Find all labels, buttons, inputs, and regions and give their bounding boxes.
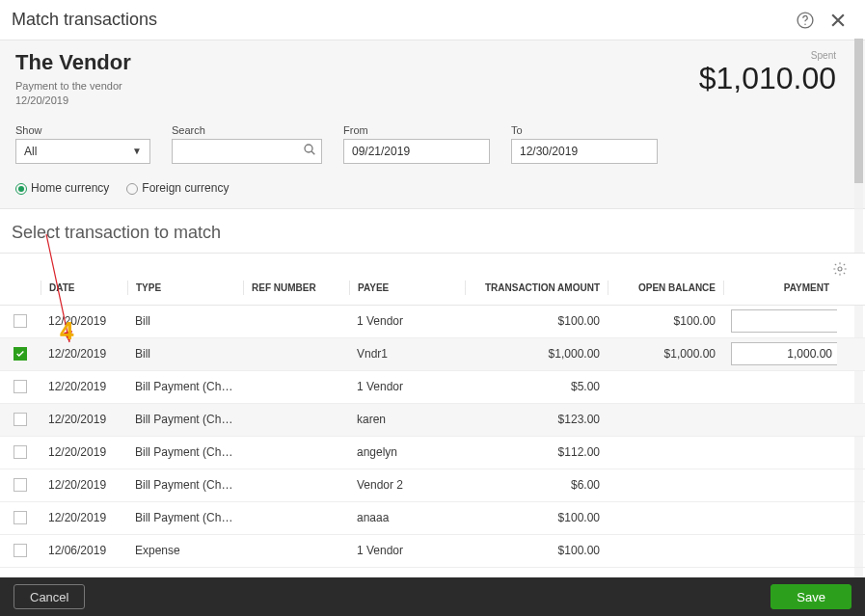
cancel-button[interactable]: Cancel <box>14 584 85 609</box>
table-row: 12/06/2019 Expense 1 Vendor $100.00 <box>0 535 865 568</box>
row-checkbox[interactable] <box>14 314 27 328</box>
from-date-input[interactable]: 09/21/2019 <box>343 139 490 164</box>
type-cell: Bill <box>127 314 243 328</box>
type-cell: Bill <box>127 347 243 361</box>
col-type[interactable]: TYPE <box>127 281 243 295</box>
vendor-block: The Vendor Payment to the vendor 12/20/2… <box>15 50 131 109</box>
foreign-currency-radio[interactable]: Foreign currency <box>126 181 229 195</box>
type-cell: Bill Payment (Check) <box>127 413 243 426</box>
to-value: 12/30/2019 <box>520 145 578 158</box>
foreign-currency-label: Foreign currency <box>142 181 229 195</box>
col-payment[interactable]: PAYMENT <box>723 281 837 295</box>
from-label: From <box>343 124 490 136</box>
save-button[interactable]: Save <box>770 584 851 609</box>
col-payee[interactable]: PAYEE <box>349 281 465 295</box>
date-cell: 12/06/2019 <box>41 544 127 557</box>
table-row: 12/20/2019 Bill 1 Vendor $100.00 $100.00 <box>0 306 865 338</box>
spent-block: Spent $1,010.00 <box>699 50 850 96</box>
titlebar: Match transactions <box>0 0 865 40</box>
col-balance[interactable]: OPEN BALANCE <box>608 281 723 295</box>
amount-cell: $6.00 <box>465 478 608 492</box>
row-checkbox[interactable] <box>14 445 27 459</box>
amount-cell: $100.00 <box>465 511 608 524</box>
search-input[interactable] <box>180 145 302 158</box>
home-currency-label: Home currency <box>31 181 109 195</box>
table-row: 12/20/2019 Bill Payment (Check) 1 Vendor… <box>0 371 865 404</box>
show-value: All <box>24 145 37 158</box>
payment-input[interactable] <box>731 309 837 333</box>
row-checkbox[interactable] <box>14 511 27 524</box>
date-cell: 12/20/2019 <box>41 445 127 459</box>
type-cell: Bill Payment (Check) <box>127 511 243 524</box>
search-label: Search <box>172 124 322 136</box>
scrollbar-thumb[interactable] <box>854 39 863 183</box>
close-icon[interactable] <box>828 11 848 30</box>
col-date[interactable]: DATE <box>41 281 127 295</box>
type-cell: Bill Payment (Check) <box>127 380 243 393</box>
row-checkbox[interactable] <box>14 413 27 426</box>
date-cell: 12/20/2019 <box>41 347 127 361</box>
filters: Show All ▼ Search From 09/21/2019 To <box>15 124 850 164</box>
spent-label: Spent <box>699 50 836 61</box>
col-ref[interactable]: REF NUMBER <box>243 281 349 295</box>
payee-cell: 1 Vendor <box>349 544 465 557</box>
date-cell: 12/20/2019 <box>41 380 127 393</box>
row-checkbox[interactable] <box>14 544 27 557</box>
payee-cell: 1 Vendor <box>349 314 465 328</box>
col-amount[interactable]: TRANSACTION AMOUNT <box>465 281 608 295</box>
spent-amount: $1,010.00 <box>699 61 836 96</box>
date-cell: 12/20/2019 <box>41 511 127 524</box>
table-header: DATE TYPE REF NUMBER PAYEE TRANSACTION A… <box>0 254 865 306</box>
gear-icon[interactable] <box>832 261 848 281</box>
vendor-sub1: Payment to the vendor <box>15 79 131 94</box>
svg-point-2 <box>305 145 312 152</box>
page-title: Match transactions <box>12 10 157 30</box>
to-label: To <box>511 124 658 136</box>
header: The Vendor Payment to the vendor 12/20/2… <box>0 40 865 209</box>
table-row: 12/20/2019 Bill Payment (Check) Vendor 2… <box>0 469 865 502</box>
from-value: 09/21/2019 <box>352 145 410 158</box>
type-cell: Expense <box>127 544 243 557</box>
help-icon[interactable] <box>796 11 815 30</box>
type-cell: Bill Payment (Check) <box>127 478 243 492</box>
payee-cell: Vndr1 <box>349 347 465 361</box>
vendor-sub2: 12/20/2019 <box>15 94 131 108</box>
amount-cell: $5.00 <box>465 380 608 393</box>
amount-cell: $100.00 <box>465 544 608 557</box>
table-row: 12/20/2019 Bill Vndr1 $1,000.00 $1,000.0… <box>0 338 865 371</box>
type-cell: Bill Payment (Check) <box>127 445 243 459</box>
payee-cell: anaaa <box>349 511 465 524</box>
table-row: 12/20/2019 Bill Payment (Check) anaaa $1… <box>0 502 865 535</box>
date-cell: 12/20/2019 <box>41 478 127 492</box>
search-icon[interactable] <box>302 142 317 160</box>
payee-cell: karen <box>349 413 465 426</box>
balance-cell: $1,000.00 <box>608 347 723 361</box>
balance-cell: $100.00 <box>608 314 723 328</box>
to-date-input[interactable]: 12/30/2019 <box>511 139 658 164</box>
home-currency-radio[interactable]: Home currency <box>15 181 109 195</box>
table-row: 12/20/2019 Bill Payment (Check) angelyn … <box>0 437 865 469</box>
date-cell: 12/20/2019 <box>41 314 127 328</box>
titlebar-actions <box>796 11 848 30</box>
date-cell: 12/20/2019 <box>41 413 127 426</box>
svg-point-3 <box>838 267 842 271</box>
row-checkbox[interactable] <box>14 347 27 361</box>
payee-cell: Vendor 2 <box>349 478 465 492</box>
payment-input[interactable] <box>731 342 837 365</box>
amount-cell: $1,000.00 <box>465 347 608 361</box>
amount-cell: $112.00 <box>465 445 608 459</box>
search-box[interactable] <box>172 139 322 164</box>
payee-cell: 1 Vendor <box>349 380 465 393</box>
vendor-name: The Vendor <box>15 50 131 75</box>
show-select[interactable]: All ▼ <box>15 139 150 164</box>
transactions-table: DATE TYPE REF NUMBER PAYEE TRANSACTION A… <box>0 253 865 568</box>
payee-cell: angelyn <box>349 445 465 459</box>
currency-radio-group: Home currency Foreign currency <box>15 181 850 195</box>
section-title: Select transaction to match <box>0 209 865 253</box>
caret-down-icon: ▼ <box>132 146 142 156</box>
table-body: 12/20/2019 Bill 1 Vendor $100.00 $100.00… <box>0 306 865 568</box>
row-checkbox[interactable] <box>14 478 27 492</box>
amount-cell: $123.00 <box>465 413 608 426</box>
amount-cell: $100.00 <box>465 314 608 328</box>
row-checkbox[interactable] <box>14 380 27 393</box>
